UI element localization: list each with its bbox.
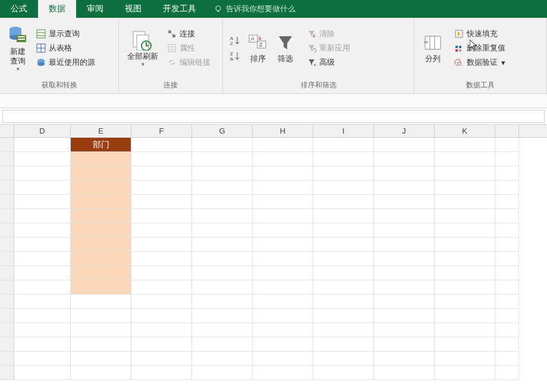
col-header[interactable]: D	[14, 125, 71, 137]
cell[interactable]	[435, 323, 495, 337]
reapply-button[interactable]: 重新应用	[305, 42, 351, 54]
cell[interactable]	[253, 337, 313, 352]
cell[interactable]	[374, 181, 435, 195]
col-header[interactable]: H	[253, 125, 313, 137]
cell[interactable]	[71, 166, 131, 181]
cell[interactable]	[0, 238, 14, 252]
cell[interactable]	[374, 295, 435, 309]
cell[interactable]	[313, 309, 374, 323]
cell[interactable]	[435, 266, 495, 280]
col-header[interactable]: J	[374, 125, 435, 137]
cell[interactable]	[192, 152, 253, 166]
cell[interactable]	[131, 352, 192, 366]
data-validation-button[interactable]: 数据验证 ▾	[452, 56, 507, 68]
cell[interactable]	[374, 138, 435, 152]
cell[interactable]	[14, 195, 71, 209]
cell[interactable]	[495, 152, 519, 166]
cell[interactable]	[495, 309, 519, 323]
cell[interactable]	[374, 337, 435, 352]
select-all-corner[interactable]	[0, 125, 14, 137]
sort-asc-button[interactable]: AZ	[228, 34, 241, 46]
cell[interactable]	[253, 309, 313, 323]
sort-desc-button[interactable]: ZA	[228, 50, 241, 62]
cell[interactable]	[14, 223, 71, 238]
properties-button[interactable]: 属性	[165, 42, 212, 54]
cell[interactable]	[374, 352, 435, 366]
cell[interactable]	[313, 280, 374, 295]
cell[interactable]	[71, 309, 131, 323]
show-query-button[interactable]: 显示查询	[34, 28, 96, 40]
cell[interactable]	[192, 352, 253, 366]
col-header[interactable]	[495, 125, 519, 137]
cell[interactable]	[253, 195, 313, 209]
cell[interactable]	[253, 280, 313, 295]
cell[interactable]	[374, 280, 435, 295]
cell[interactable]	[192, 166, 253, 181]
cell[interactable]	[253, 238, 313, 252]
cell[interactable]	[192, 195, 253, 209]
cell[interactable]	[313, 238, 374, 252]
cell[interactable]	[374, 195, 435, 209]
cell[interactable]	[253, 295, 313, 309]
cell[interactable]	[435, 280, 495, 295]
sort-button[interactable]: AZ 排序	[244, 31, 272, 65]
formula-input[interactable]	[2, 110, 545, 123]
cell[interactable]	[192, 309, 253, 323]
cell[interactable]	[253, 352, 313, 366]
cell[interactable]	[374, 238, 435, 252]
cell[interactable]	[313, 252, 374, 266]
cell[interactable]	[131, 209, 192, 223]
cell[interactable]	[435, 295, 495, 309]
cell[interactable]	[313, 152, 374, 166]
cell[interactable]	[253, 152, 313, 166]
new-query-button[interactable]: 新建 查询 ▾	[5, 23, 31, 72]
cell[interactable]	[131, 195, 192, 209]
cell[interactable]	[253, 266, 313, 280]
cell[interactable]	[313, 337, 374, 352]
tab-data[interactable]: 数据	[38, 0, 76, 18]
cell[interactable]	[71, 337, 131, 352]
text-to-columns-button[interactable]: 分列	[419, 31, 447, 65]
cell[interactable]	[313, 138, 374, 152]
cell[interactable]	[435, 366, 495, 380]
cell[interactable]	[131, 266, 192, 280]
cell[interactable]	[435, 238, 495, 252]
cell[interactable]	[192, 223, 253, 238]
cell[interactable]	[435, 223, 495, 238]
cell[interactable]	[495, 366, 519, 380]
filter-button[interactable]: 筛选	[272, 31, 299, 65]
cell[interactable]	[0, 195, 14, 209]
cell[interactable]	[313, 223, 374, 238]
cell[interactable]	[131, 181, 192, 195]
cell[interactable]	[0, 295, 14, 309]
cell[interactable]	[14, 166, 71, 181]
cell[interactable]	[0, 209, 14, 223]
cell[interactable]	[14, 323, 71, 337]
cell[interactable]	[313, 295, 374, 309]
cell[interactable]	[71, 209, 131, 223]
cell[interactable]	[192, 280, 253, 295]
cell[interactable]	[14, 181, 71, 195]
cell[interactable]	[71, 295, 131, 309]
cell[interactable]	[131, 366, 192, 380]
cell[interactable]	[14, 366, 71, 380]
cell[interactable]	[71, 266, 131, 280]
cell[interactable]	[71, 252, 131, 266]
cell[interactable]	[374, 266, 435, 280]
cell[interactable]	[253, 166, 313, 181]
tab-devtools[interactable]: 开发工具	[152, 0, 207, 18]
cell[interactable]	[71, 152, 131, 166]
cell[interactable]	[435, 195, 495, 209]
col-header[interactable]: F	[131, 125, 192, 137]
cell[interactable]	[14, 280, 71, 295]
cell[interactable]	[435, 138, 495, 152]
cell[interactable]	[192, 366, 253, 380]
remove-duplicates-button[interactable]: 删除重复值	[452, 42, 507, 54]
recent-sources-button[interactable]: 最近使用的源	[34, 56, 96, 68]
cell[interactable]	[192, 238, 253, 252]
cell[interactable]	[192, 209, 253, 223]
cell[interactable]	[495, 209, 519, 223]
cell[interactable]	[192, 252, 253, 266]
cell[interactable]	[313, 166, 374, 181]
cell[interactable]	[131, 295, 192, 309]
